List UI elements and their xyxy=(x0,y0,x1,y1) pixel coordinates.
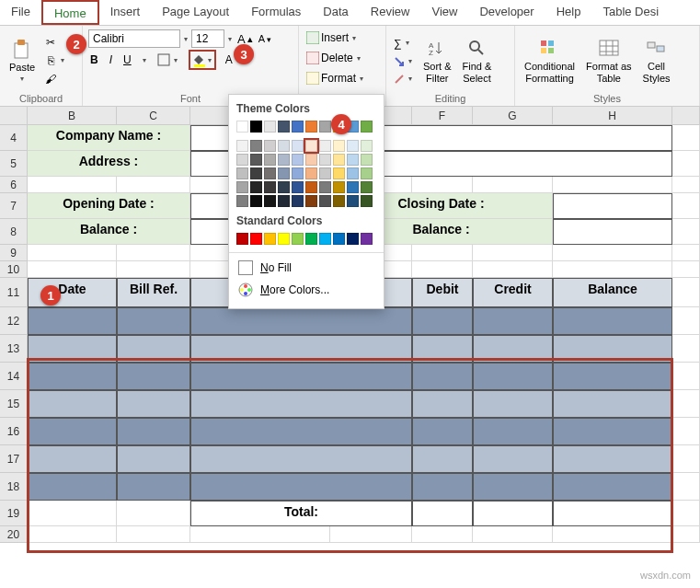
table-cell[interactable] xyxy=(117,335,190,363)
table-cell[interactable] xyxy=(473,363,553,390)
more-colors-item[interactable]: More Colors... xyxy=(236,279,376,301)
col-G[interactable]: G xyxy=(473,107,553,124)
table-cell[interactable] xyxy=(412,363,473,390)
table-cell[interactable] xyxy=(28,390,117,418)
table-cell[interactable] xyxy=(190,473,412,501)
swatch[interactable] xyxy=(347,195,359,207)
swatch[interactable] xyxy=(361,121,373,133)
swatch[interactable] xyxy=(319,195,331,207)
table-cell[interactable] xyxy=(412,418,473,445)
table-cell[interactable] xyxy=(117,473,190,501)
table-cell[interactable] xyxy=(190,418,412,445)
tab-developer[interactable]: Developer xyxy=(468,0,545,25)
table-cell[interactable] xyxy=(412,473,473,501)
tab-formulas[interactable]: Formulas xyxy=(240,0,312,25)
table-cell[interactable] xyxy=(117,418,190,445)
font-size-select[interactable] xyxy=(191,29,224,48)
fill-color-button[interactable]: ▾ xyxy=(189,50,216,70)
paste-button[interactable]: Paste ▾ xyxy=(6,36,39,85)
swatch[interactable] xyxy=(236,167,248,179)
swatch[interactable] xyxy=(305,140,317,152)
swatch[interactable] xyxy=(278,195,290,207)
italic-button[interactable]: I xyxy=(108,52,114,68)
swatch[interactable] xyxy=(292,121,304,133)
swatch[interactable] xyxy=(292,195,304,207)
swatch[interactable] xyxy=(278,154,290,166)
decrease-font-button[interactable]: A▾ xyxy=(257,31,273,46)
tab-home[interactable]: Home xyxy=(41,0,99,25)
total-label[interactable]: Total: xyxy=(190,501,412,526)
swatch[interactable] xyxy=(333,195,345,207)
swatch[interactable] xyxy=(236,233,248,245)
table-cell[interactable] xyxy=(28,363,117,390)
insert-cells-button[interactable]: Insert▾ xyxy=(304,29,360,46)
table-cell[interactable] xyxy=(473,418,553,445)
table-cell[interactable] xyxy=(473,445,553,473)
clear-button[interactable]: ▾ xyxy=(392,72,416,86)
hdr-debit[interactable]: Debit xyxy=(412,278,473,307)
swatch[interactable] xyxy=(292,233,304,245)
swatch[interactable] xyxy=(319,121,331,133)
table-cell[interactable] xyxy=(553,445,672,473)
swatch[interactable] xyxy=(361,195,373,207)
swatch[interactable] xyxy=(292,167,304,179)
swatch[interactable] xyxy=(264,181,276,193)
swatch[interactable] xyxy=(264,167,276,179)
delete-cells-button[interactable]: Delete▾ xyxy=(304,50,364,66)
swatch[interactable] xyxy=(361,181,373,193)
table-cell[interactable] xyxy=(190,445,412,473)
swatch[interactable] xyxy=(250,195,262,207)
swatch[interactable] xyxy=(305,154,317,166)
opening-date-label[interactable]: Opening Date : xyxy=(28,193,190,219)
table-cell[interactable] xyxy=(190,307,412,335)
font-name-select[interactable] xyxy=(88,29,180,48)
find-select-button[interactable]: Find & Select xyxy=(459,35,496,85)
address-label[interactable]: Address : xyxy=(28,151,190,177)
closing-date-value[interactable] xyxy=(553,193,672,219)
table-cell[interactable] xyxy=(28,473,117,501)
swatch[interactable] xyxy=(347,167,359,179)
table-cell[interactable] xyxy=(412,335,473,363)
swatch[interactable] xyxy=(264,140,276,152)
swatch[interactable] xyxy=(292,181,304,193)
swatch[interactable] xyxy=(278,121,290,133)
fill-series-button[interactable]: ▾ xyxy=(392,54,416,69)
tab-data[interactable]: Data xyxy=(312,0,359,25)
swatch[interactable] xyxy=(361,140,373,152)
col-C[interactable]: C xyxy=(117,107,190,124)
cut-button[interactable]: ✂ xyxy=(42,34,68,51)
copy-button[interactable]: ⎘▾ xyxy=(42,52,68,69)
swatch[interactable] xyxy=(292,140,304,152)
balance1-label[interactable]: Balance : xyxy=(28,219,190,245)
swatch[interactable] xyxy=(333,154,345,166)
sort-filter-button[interactable]: AZ Sort & Filter xyxy=(419,35,455,85)
table-cell[interactable] xyxy=(28,418,117,445)
swatch[interactable] xyxy=(305,167,317,179)
table-cell[interactable] xyxy=(553,390,672,418)
total-credit[interactable] xyxy=(473,501,553,526)
table-cell[interactable] xyxy=(553,335,672,363)
table-cell[interactable] xyxy=(412,307,473,335)
swatch[interactable] xyxy=(319,167,331,179)
table-cell[interactable] xyxy=(473,473,553,501)
tab-page-layout[interactable]: Page Layout xyxy=(151,0,240,25)
swatch[interactable] xyxy=(278,167,290,179)
tab-insert[interactable]: Insert xyxy=(99,0,152,25)
swatch[interactable] xyxy=(305,195,317,207)
tab-review[interactable]: Review xyxy=(360,0,421,25)
tab-view[interactable]: View xyxy=(420,0,468,25)
swatch[interactable] xyxy=(236,121,248,133)
swatch[interactable] xyxy=(278,233,290,245)
swatch[interactable] xyxy=(292,154,304,166)
table-cell[interactable] xyxy=(28,335,117,363)
table-cell[interactable] xyxy=(553,363,672,390)
swatch[interactable] xyxy=(319,140,331,152)
tab-table-design[interactable]: Table Desi xyxy=(591,0,670,25)
swatch[interactable] xyxy=(236,181,248,193)
swatch[interactable] xyxy=(305,121,317,133)
col-B[interactable]: B xyxy=(28,107,117,124)
swatch[interactable] xyxy=(347,181,359,193)
swatch[interactable] xyxy=(333,233,345,245)
format-cells-button[interactable]: Format▾ xyxy=(304,70,367,86)
col-F[interactable]: F xyxy=(412,107,473,124)
